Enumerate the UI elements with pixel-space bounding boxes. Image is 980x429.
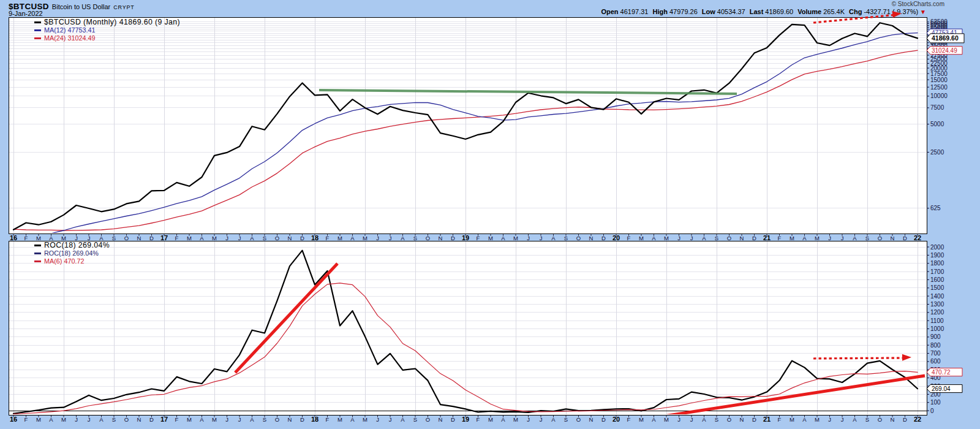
x-axis-label: J xyxy=(376,235,379,241)
price-dotted-arrow-head-icon xyxy=(892,11,902,18)
x-axis-label: M xyxy=(212,235,217,241)
x-axis-label: M xyxy=(664,235,669,241)
y-axis-label: 625 xyxy=(930,205,941,211)
x-axis-label: M xyxy=(639,235,644,241)
x-axis-label: O xyxy=(576,235,581,241)
x-axis-label: M xyxy=(363,416,368,423)
x-axis-label: J xyxy=(389,416,392,423)
x-axis-label: J xyxy=(527,235,530,241)
price-panel-legend: $BTCUSD (Monthly) 41869.60 (9 Jan) MA(12… xyxy=(34,18,180,42)
axis-callout-value: 41869.60 xyxy=(932,34,959,42)
x-axis-label: N xyxy=(891,235,895,241)
x-axis-label: A xyxy=(200,235,204,241)
x-axis-label: S xyxy=(564,416,568,423)
x-axis-label: J xyxy=(841,235,844,241)
x-axis-label: O xyxy=(426,235,430,241)
legend-text: MA(12) 47753.41 xyxy=(44,26,95,34)
x-axis-label: F xyxy=(778,416,782,423)
axis-callout-value: 269.04 xyxy=(932,385,951,392)
right-axis: 6252500500075001000012500150001750020000… xyxy=(927,18,948,414)
x-axis-label: 19 xyxy=(462,416,469,423)
x-axis-label: O xyxy=(275,235,279,241)
x-axis-label: D xyxy=(300,416,304,423)
x-axis-label: F xyxy=(326,235,330,241)
x-axis-label: O xyxy=(275,416,279,423)
x-axis-label: A xyxy=(401,235,405,241)
x-axis-label: M xyxy=(664,416,669,423)
y-axis-label: 100 xyxy=(930,399,941,406)
legend-text: MA(24) 31024.49 xyxy=(44,34,95,42)
x-axis-label: O xyxy=(727,416,731,423)
chart-panels xyxy=(9,17,927,415)
y-axis-label: 1100 xyxy=(930,317,944,324)
x-axis-label: O xyxy=(878,235,882,241)
x-axis-label: A xyxy=(702,235,706,241)
x-axis-label: M xyxy=(488,416,493,423)
x-axis-label: A xyxy=(250,235,254,241)
x-axis-label: J xyxy=(389,235,392,241)
x-axis-label: M xyxy=(639,416,644,423)
x-axis-label: N xyxy=(740,416,744,423)
x-axis-label: A xyxy=(551,235,556,241)
y-axis-label: 7500 xyxy=(930,104,944,111)
x-axis-label: M xyxy=(488,235,493,241)
ma6-series-dash-icon xyxy=(34,260,41,262)
y-axis-label: 1800 xyxy=(930,260,944,267)
x-axis-label: D xyxy=(300,235,304,241)
x-axis-label: M xyxy=(36,416,41,423)
x-axis-label: 18 xyxy=(311,416,318,423)
y-axis-label: 600 xyxy=(930,358,941,365)
x-axis-label: J xyxy=(828,235,831,241)
x-axis-label: N xyxy=(288,416,292,423)
roc-panel-legend: ROC(18) 269.04% ROC(18) 269.04% MA(6) 47… xyxy=(34,241,110,265)
x-axis-label: O xyxy=(124,235,129,241)
x-axis-label: 16 xyxy=(10,234,17,241)
y-axis-label: 10000 xyxy=(930,93,948,99)
legend-line-ma12: MA(12) 47753.41 xyxy=(34,26,180,34)
x-axis-label: A xyxy=(200,416,204,423)
x-axis-label: M xyxy=(363,235,368,241)
x-axis-label: O xyxy=(124,416,129,423)
x-axis-label: D xyxy=(752,416,756,423)
x-axis-label: S xyxy=(263,416,266,423)
legend-line-ma6: MA(6) 470.72 xyxy=(34,257,110,265)
y-axis-label: 12500 xyxy=(930,84,948,91)
x-axis-label: A xyxy=(853,235,857,241)
x-axis-label: N xyxy=(891,416,895,423)
x-axis-label: D xyxy=(903,416,907,423)
x-axis-label: N xyxy=(439,416,443,423)
x-axis-label: 20 xyxy=(612,416,620,423)
x-axis-label: A xyxy=(99,416,104,423)
roc-panel xyxy=(9,241,927,415)
x-axis-label: N xyxy=(439,235,443,241)
x-axis-label: A xyxy=(49,416,53,423)
x-axis-label: A xyxy=(551,416,556,423)
x-axis-label: 20 xyxy=(612,234,620,241)
chart-canvas: 6252500500075001000012500150001750020000… xyxy=(0,0,980,429)
x-axis-label: N xyxy=(137,235,141,241)
x-axis-label: J xyxy=(527,416,530,423)
y-axis-label: 800 xyxy=(930,342,941,349)
legend-line-ma24: MA(24) 31024.49 xyxy=(34,34,180,42)
x-axis-label: J xyxy=(677,416,680,423)
y-axis-label: 1000 xyxy=(930,325,944,332)
x-axis-label: 21 xyxy=(763,234,771,241)
x-axis-label: A xyxy=(652,416,656,423)
x-axis-label: J xyxy=(841,416,844,423)
legend-text: $BTCUSD (Monthly) 41869.60 (9 Jan) xyxy=(44,18,180,26)
x-axis-label: A xyxy=(702,416,706,423)
x-axis-label: F xyxy=(24,416,28,423)
y-axis-label: 1900 xyxy=(930,252,944,259)
x-axis-label: J xyxy=(238,416,241,423)
x-axis-label: S xyxy=(263,235,266,241)
x-axis-label: A xyxy=(250,416,254,423)
x-axis-label: J xyxy=(540,416,543,423)
x-axis-label: 17 xyxy=(160,234,168,241)
legend-line-roc-overlay: ROC(18) 269.04% xyxy=(34,249,110,257)
x-axis-label: S xyxy=(715,416,718,423)
legend-line-price: $BTCUSD (Monthly) 41869.60 (9 Jan) xyxy=(34,18,180,26)
x-axis-label: J xyxy=(828,416,831,423)
x-axis-label: O xyxy=(878,416,882,423)
x-axis-label: J xyxy=(238,235,241,241)
x-axis-label: S xyxy=(564,235,568,241)
